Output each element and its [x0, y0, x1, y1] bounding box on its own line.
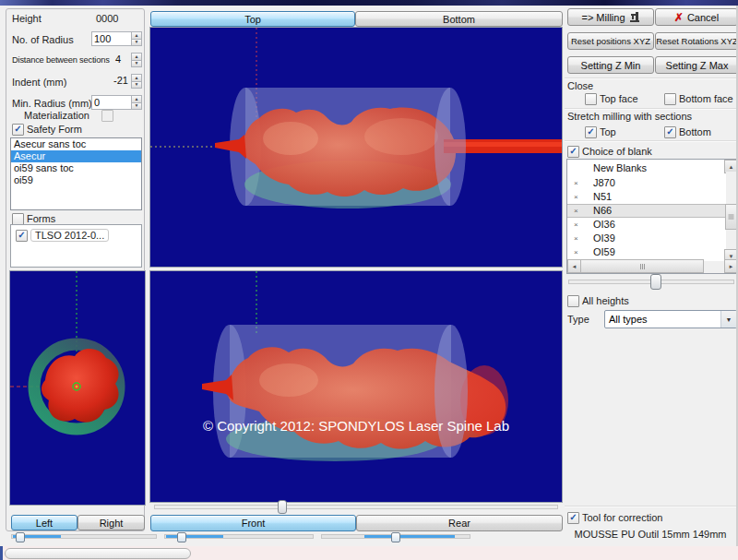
copyright-watermark: © Copyright 2012: SPONDYLOS Laser Spine … [150, 418, 562, 434]
chevron-down-icon: ▼ [720, 311, 736, 328]
blank-item[interactable]: × OI36 [567, 218, 725, 232]
top-face-checkbox[interactable] [585, 93, 597, 105]
scroll-grip [729, 215, 734, 220]
view-right-button[interactable]: Right [77, 515, 145, 530]
view-left-button[interactable]: Left [11, 515, 77, 530]
list-item[interactable]: oi59 sans toc [11, 162, 141, 174]
safety-form-checkbox[interactable]: ✓ [12, 124, 24, 136]
tool-for-correction-label: Tool for correction [582, 512, 662, 523]
milling-application-window: Height 0000 No. of Radius 100 ▲ ▼ Distan… [0, 0, 738, 560]
setting-z-max-button[interactable]: Setting Z Max [655, 56, 738, 74]
check-icon: ✓ [14, 125, 21, 134]
distance-label: Distance between sections [12, 55, 110, 65]
rotation-slider-thumb-2[interactable] [177, 532, 186, 542]
blank-item[interactable]: × J870 [567, 176, 725, 190]
stretch-bottom-label: Bottom [679, 126, 711, 137]
list-item[interactable]: Asecur sans toc [11, 138, 141, 150]
setting-z-min-button[interactable]: Setting Z Min [567, 56, 654, 74]
indent-spinner[interactable]: ▲ ▼ [131, 74, 142, 89]
scroll-left-icon: ◄ [572, 264, 577, 269]
front-view-slider-thumb[interactable] [278, 500, 287, 514]
spin-down-icon[interactable]: ▼ [131, 81, 142, 89]
all-heights-checkbox[interactable] [567, 295, 579, 307]
rotation-slider-thumb-3[interactable] [391, 532, 400, 542]
blank-item[interactable]: × OI39 [567, 232, 725, 245]
spin-down-icon[interactable]: ▼ [131, 102, 142, 111]
milling-button-label: => Milling [581, 12, 625, 23]
view-front-button[interactable]: Front [150, 515, 356, 531]
horizontal-scroll-thumb[interactable] [580, 259, 704, 273]
front-view-slider-track[interactable] [154, 505, 558, 509]
min-radius-spinner[interactable]: ▲ ▼ [131, 95, 142, 110]
cancel-button[interactable]: ✗ Cancel [655, 8, 738, 26]
no-of-radius-spinner[interactable]: ▲ ▼ [131, 31, 142, 46]
tree-marker-icon: × [574, 218, 578, 232]
top-view-scene [150, 28, 562, 267]
spin-down-icon[interactable]: ▼ [131, 39, 142, 47]
tlso-label[interactable]: TLSO 2012-0... [30, 229, 109, 242]
section-divider [565, 140, 736, 141]
no-of-radius-label: No. of Radius [12, 34, 74, 45]
check-icon: ✓ [569, 147, 577, 156]
stretch-top-checkbox[interactable]: ✓ [585, 126, 597, 138]
front-view-scene [150, 271, 562, 502]
tab-top[interactable]: Top [150, 11, 355, 27]
cancel-button-label: Cancel [687, 12, 719, 23]
type-dropdown[interactable]: All types ▼ [604, 310, 737, 328]
top-face-label: Top face [600, 93, 638, 104]
spin-up-icon[interactable]: ▲ [131, 74, 142, 81]
section-divider [565, 108, 736, 109]
distance-spinner[interactable]: ▲ ▼ [131, 53, 142, 67]
list-item-selected[interactable]: Asecur [11, 150, 141, 162]
choice-of-blank-label: Choice of blank [582, 146, 652, 157]
section-divider [565, 77, 736, 78]
reset-positions-button[interactable]: Reset positions XYZ [567, 32, 654, 50]
axial-viewport[interactable] [9, 270, 146, 506]
spin-up-icon[interactable]: ▲ [131, 95, 142, 102]
milling-button[interactable]: => Milling [567, 8, 654, 26]
view-rear-button[interactable]: Rear [356, 515, 563, 531]
list-item[interactable]: oi59 [11, 174, 141, 186]
type-label: Type [567, 314, 589, 325]
blank-item-selected[interactable]: × N66 [567, 204, 725, 218]
spin-up-icon[interactable]: ▲ [131, 53, 142, 60]
axial-view-scene [10, 271, 145, 505]
materialization-checkbox[interactable] [101, 110, 113, 122]
blank-slider-thumb[interactable] [650, 274, 661, 290]
indent-input[interactable]: -21 [104, 74, 130, 87]
all-heights-label: All heights [582, 295, 629, 306]
profiles-listbox[interactable]: Asecur sans toc Asecur oi59 sans toc oi5… [10, 137, 142, 210]
tree-marker-icon: × [574, 205, 578, 217]
rotation-slider-thumb-1[interactable] [16, 532, 25, 542]
forms-listbox[interactable]: ✓ TLSO 2012-0... [10, 224, 142, 268]
rotation-slider-fill-2 [166, 535, 223, 538]
blank-item[interactable]: × N51 [567, 190, 725, 204]
top-viewport[interactable] [149, 27, 563, 268]
type-dropdown-value: All types [605, 314, 720, 325]
indent-label: Indent (mm) [12, 77, 66, 88]
bottom-face-checkbox[interactable] [664, 93, 676, 105]
tab-bottom[interactable]: Bottom [355, 11, 563, 27]
choice-of-blank-checkbox[interactable]: ✓ [567, 146, 579, 158]
spin-up-icon[interactable]: ▲ [131, 31, 142, 39]
scroll-down-icon: ▼ [729, 254, 734, 259]
no-of-radius-input[interactable]: 100 [91, 31, 132, 46]
scroll-left-button[interactable]: ◄ [567, 259, 581, 273]
rotation-slider-fill-3 [364, 535, 455, 538]
tlso-checkbox[interactable]: ✓ [16, 230, 28, 242]
front-viewport[interactable]: © Copyright 2012: SPONDYLOS Laser Spine … [149, 270, 563, 503]
stretch-bottom-checkbox[interactable]: ✓ [664, 126, 676, 138]
tool-for-correction-checkbox[interactable]: ✓ [567, 512, 579, 524]
blank-list[interactable]: New Blanks × J870 × N51 × N66 × OI36 × O… [566, 159, 738, 274]
check-icon: ✓ [569, 513, 577, 522]
spin-down-icon[interactable]: ▼ [131, 60, 142, 68]
min-radius-input[interactable]: 0 [91, 95, 132, 110]
check-icon: ✓ [587, 127, 594, 137]
status-bar-edge [0, 546, 3, 560]
min-radius-label: Min. Radius (mm) [12, 98, 92, 109]
tree-marker-icon: × [574, 190, 578, 204]
reset-rotations-button[interactable]: Reset Rotations XYZ [655, 32, 738, 50]
forms-label: Forms [27, 213, 55, 224]
distance-input[interactable]: 4 [113, 53, 130, 66]
section-divider [565, 506, 736, 506]
